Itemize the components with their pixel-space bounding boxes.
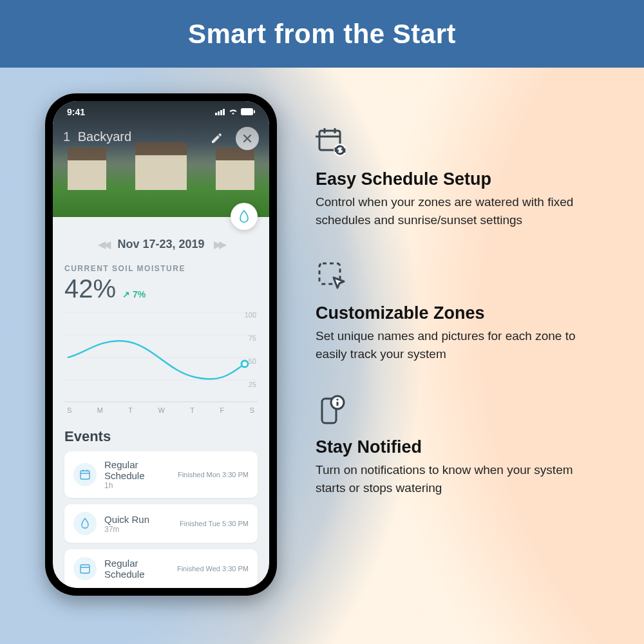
water-drop-icon [73,512,97,535]
svg-rect-4 [241,108,253,115]
y-tick: 25 [249,381,256,388]
svg-rect-5 [254,110,255,113]
moisture-label: CURRENT SOIL MOISTURE [64,264,258,273]
feature-schedule: Easy Schedule Setup Control when your zo… [316,126,599,229]
feature-notified: Stay Notified Turn on notifications to k… [316,393,599,497]
event-row[interactable]: Regular Schedule Finished Wed 3:30 PM [64,549,258,588]
wifi-icon [228,107,238,117]
page-title: Smart from the Start [188,19,456,50]
zone-name: 1 Backyard [63,129,131,144]
y-tick: 75 [249,334,256,342]
phone-mockup: 9:41 1 Backyard [45,93,277,596]
event-name: Quick Run [104,514,172,525]
zone-number: 1 [63,129,70,144]
event-duration: 1h [104,481,170,490]
prev-week-button[interactable]: ◀◀ [98,238,108,251]
status-time: 9:41 [67,107,85,117]
svg-rect-12 [80,471,90,479]
svg-rect-2 [220,110,222,115]
x-tick: T [190,406,195,414]
moisture-delta: 7% [122,289,146,299]
moisture-value: 42% [64,274,116,303]
status-bar: 9:41 [53,101,269,123]
svg-rect-16 [80,565,90,573]
close-icon [242,133,252,144]
event-status: Finished Tue 5:30 PM [180,520,249,527]
svg-point-26 [336,399,338,401]
feature-title: Easy Schedule Setup [316,169,599,189]
calendar-icon [73,463,97,486]
feature-desc: Set unique names and pictures for each z… [316,327,599,363]
status-icons [215,107,255,117]
x-tick: S [67,406,72,414]
features-panel: Easy Schedule Setup Control when your zo… [316,93,599,596]
event-row[interactable]: Quick Run 37m Finished Tue 5:30 PM [64,504,258,543]
x-axis: S M T W T F S [64,405,258,414]
x-tick: W [158,406,166,414]
x-tick: S [250,406,255,414]
moisture-chart: 100 75 50 25 S M [64,312,258,422]
y-tick: 100 [245,311,256,319]
x-tick: T [128,406,133,414]
events-title: Events [64,428,258,445]
svg-point-11 [242,361,248,367]
svg-rect-0 [215,113,217,115]
x-tick: M [97,406,104,414]
date-range: Nov 17-23, 2019 [117,238,204,251]
event-status: Finished Wed 3:30 PM [177,565,249,573]
feature-title: Stay Notified [316,437,599,457]
page-header: Smart from the Start [0,0,644,68]
edit-button[interactable] [205,127,228,150]
feature-desc: Turn on notifications to know when your … [316,461,599,497]
event-name: Regular Schedule [104,459,170,481]
zone-label: Backyard [78,129,131,144]
close-button[interactable] [236,127,259,150]
svg-rect-1 [218,111,220,115]
water-button[interactable] [231,203,258,230]
event-duration: 37m [104,525,172,534]
date-navigator: ◀◀ Nov 17-23, 2019 ▶▶ [64,225,258,260]
signal-icon [215,107,225,117]
calendar-sync-icon [316,126,599,162]
phone-info-icon [316,393,599,430]
svg-rect-3 [223,109,225,115]
phone-screen: 9:41 1 Backyard [53,101,269,588]
pencil-icon [210,132,223,145]
feature-title: Customizable Zones [316,303,599,323]
feature-zones: Customizable Zones Set unique names and … [316,260,599,363]
event-status: Finished Mon 3:30 PM [178,471,249,478]
y-tick: 50 [249,357,256,365]
water-drop-icon [238,210,250,223]
next-week-button[interactable]: ▶▶ [214,238,224,251]
battery-icon [241,107,255,117]
select-cursor-icon [316,260,599,296]
event-name: Regular Schedule [104,558,169,580]
calendar-icon [73,557,97,580]
event-row[interactable]: Regular Schedule 1h Finished Mon 3:30 PM [64,451,258,498]
x-tick: F [220,406,225,414]
feature-desc: Control when your zones are watered with… [316,193,599,229]
chart-svg [64,312,258,402]
